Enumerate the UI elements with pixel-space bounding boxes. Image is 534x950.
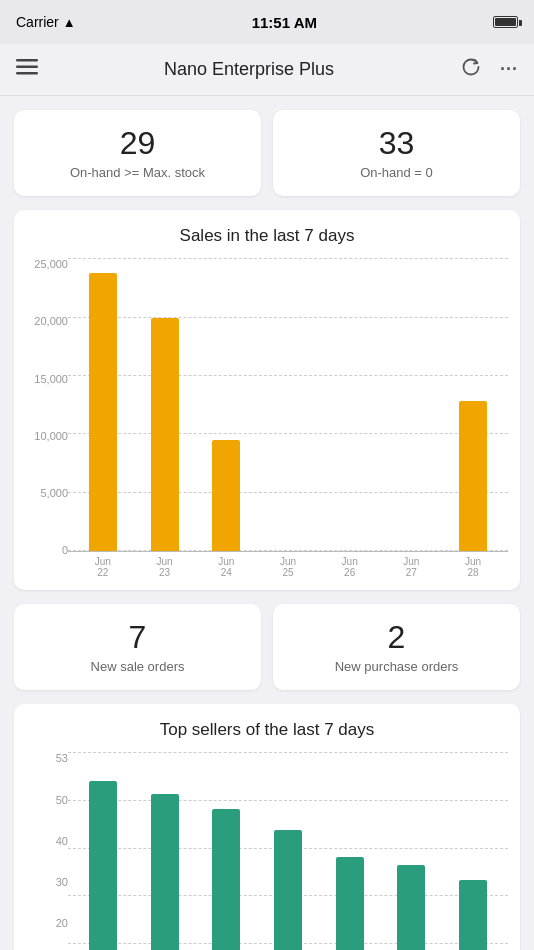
bars-area-top-sellers	[68, 752, 508, 950]
header-title: Nano Enterprise Plus	[164, 59, 334, 80]
bar-col-jun23	[151, 258, 179, 551]
stat-number-new-purchase-orders: 2	[283, 620, 510, 655]
y-label-3: 10,000	[34, 430, 68, 442]
hamburger-menu-icon[interactable]	[16, 59, 38, 80]
x-labels-sales: Jun 22 Jun 23 Jun 24 Jun 25 Jun 26 Jun 2…	[68, 556, 508, 578]
stat-row-1: 29 On-hand >= Max. stock 33 On-hand = 0	[14, 110, 520, 196]
bar-ts-4	[274, 830, 302, 950]
main-content: 29 On-hand >= Max. stock 33 On-hand = 0 …	[0, 96, 534, 950]
bar-col-jun22	[89, 258, 117, 551]
bar-col-jun27	[397, 258, 425, 551]
x-label-jun26: Jun 26	[336, 556, 364, 578]
bar-jun23	[151, 318, 179, 552]
battery-area	[493, 16, 518, 28]
bar-ts-7	[459, 880, 487, 950]
y-label-ts-2: 40	[56, 835, 68, 847]
stat-number-new-sale-orders: 7	[24, 620, 251, 655]
y-axis-sales: 25,000 20,000 15,000 10,000 5,000 0	[26, 258, 68, 578]
more-options-icon[interactable]: ···	[500, 59, 518, 80]
bar-ts-1	[89, 781, 117, 950]
bars-wrapper-top-sellers	[68, 752, 508, 950]
y-label-ts-0: 53	[56, 752, 68, 764]
reload-icon[interactable]	[460, 56, 482, 83]
bar-jun28	[459, 401, 487, 551]
bar-jun22	[89, 273, 117, 551]
stat-label-on-hand-max: On-hand >= Max. stock	[24, 165, 251, 180]
stat-number-on-hand-max: 29	[24, 126, 251, 161]
bar-col-ts-4	[274, 752, 302, 950]
y-label-0: 25,000	[34, 258, 68, 270]
x-label-jun23: Jun 23	[151, 556, 179, 578]
x-label-jun25: Jun 25	[274, 556, 302, 578]
stat-label-new-purchase-orders: New purchase orders	[283, 659, 510, 674]
x-axis-line	[68, 551, 508, 552]
svg-rect-0	[16, 59, 38, 62]
top-sellers-chart-title: Top sellers of the last 7 days	[26, 720, 508, 740]
y-label-4: 5,000	[40, 487, 68, 499]
top-sellers-bar-chart: 53 50 40 30 20 10	[26, 752, 508, 950]
bar-col-ts-2	[151, 752, 179, 950]
status-bar: Carrier ▲ 11:51 AM	[0, 0, 534, 44]
grid-and-bars-sales	[68, 258, 508, 551]
y-label-ts-4: 20	[56, 917, 68, 929]
stat-card-new-sale-orders[interactable]: 7 New sale orders	[14, 604, 261, 690]
stat-number-on-hand-zero: 33	[283, 126, 510, 161]
bar-col-ts-6	[397, 752, 425, 950]
bar-col-jun28	[459, 258, 487, 551]
carrier-label: Carrier	[16, 14, 59, 30]
top-sellers-chart-card: Top sellers of the last 7 days 53 50 40 …	[14, 704, 520, 950]
y-label-ts-1: 50	[56, 794, 68, 806]
sales-bar-chart: 25,000 20,000 15,000 10,000 5,000 0	[26, 258, 508, 578]
header-actions: ···	[460, 56, 518, 83]
status-time: 11:51 AM	[252, 14, 317, 31]
bar-col-jun24	[212, 258, 240, 551]
wifi-icon: ▲	[63, 15, 76, 30]
battery-icon	[493, 16, 518, 28]
y-label-ts-3: 30	[56, 876, 68, 888]
stat-card-new-purchase-orders[interactable]: 2 New purchase orders	[273, 604, 520, 690]
bar-col-ts-7	[459, 752, 487, 950]
bar-jun24	[212, 440, 240, 551]
x-label-jun22: Jun 22	[89, 556, 117, 578]
bar-ts-6	[397, 865, 425, 950]
bars-area-sales: Jun 22 Jun 23 Jun 24 Jun 25 Jun 26 Jun 2…	[68, 258, 508, 578]
stat-label-new-sale-orders: New sale orders	[24, 659, 251, 674]
x-label-jun27: Jun 27	[397, 556, 425, 578]
svg-rect-2	[16, 72, 38, 75]
bar-col-ts-5	[336, 752, 364, 950]
bar-ts-2	[151, 794, 179, 950]
svg-rect-1	[16, 66, 38, 69]
y-label-1: 20,000	[34, 315, 68, 327]
bar-col-jun26	[336, 258, 364, 551]
stat-card-on-hand-zero[interactable]: 33 On-hand = 0	[273, 110, 520, 196]
grid-and-bars-top-sellers	[68, 752, 508, 950]
bar-col-ts-1	[89, 752, 117, 950]
sales-chart-title: Sales in the last 7 days	[26, 226, 508, 246]
app-header: Nano Enterprise Plus ···	[0, 44, 534, 96]
stat-label-on-hand-zero: On-hand = 0	[283, 165, 510, 180]
stat-card-on-hand-max[interactable]: 29 On-hand >= Max. stock	[14, 110, 261, 196]
x-label-jun24: Jun 24	[212, 556, 240, 578]
bars-wrapper-sales	[68, 258, 508, 551]
stat-row-2: 7 New sale orders 2 New purchase orders	[14, 604, 520, 690]
sales-chart-card: Sales in the last 7 days 25,000 20,000 1…	[14, 210, 520, 590]
x-label-jun28: Jun 28	[459, 556, 487, 578]
bar-ts-3	[212, 809, 240, 950]
bar-col-ts-3	[212, 752, 240, 950]
y-axis-top-sellers: 53 50 40 30 20 10	[26, 752, 68, 950]
bar-col-jun25	[274, 258, 302, 551]
carrier-text: Carrier ▲	[16, 14, 76, 30]
bar-ts-5	[336, 857, 364, 950]
y-label-2: 15,000	[34, 373, 68, 385]
